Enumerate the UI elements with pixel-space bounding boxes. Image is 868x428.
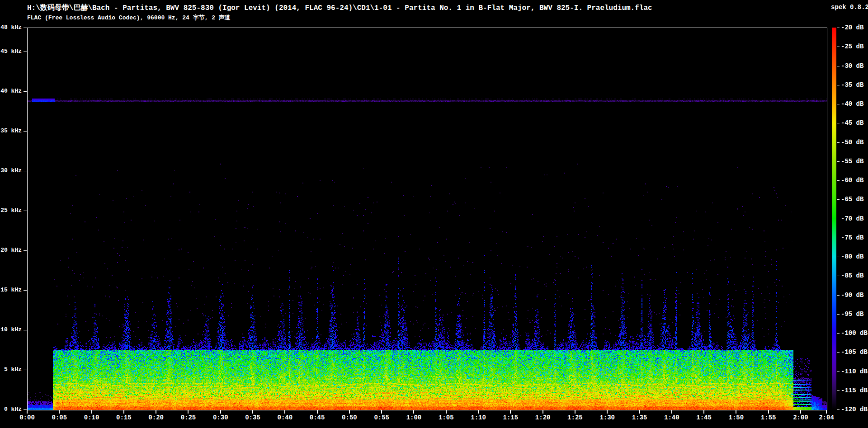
time-tick — [123, 410, 124, 414]
freq-tick-label: 0 kHz — [0, 406, 22, 413]
time-tick — [446, 410, 447, 414]
time-tick — [59, 410, 60, 414]
db-tick — [837, 199, 840, 200]
time-tick-label: 0:25 — [174, 414, 203, 421]
db-tick-label: -60 dB — [841, 177, 863, 184]
freq-tick — [24, 131, 27, 132]
db-tick — [837, 238, 840, 238]
file-path-title: H:\数码母带\巴赫\Bach - Partitas, BWV 825-830 … — [27, 3, 652, 13]
time-tick — [478, 410, 479, 414]
db-tick-label: -40 dB — [841, 100, 863, 108]
time-tick-label: 1:10 — [464, 414, 493, 421]
time-tick-label: 0:35 — [238, 414, 267, 421]
time-tick — [826, 410, 827, 414]
time-tick — [800, 410, 801, 414]
time-tick-label: 0:20 — [142, 414, 170, 421]
db-tick — [837, 180, 840, 181]
db-tick — [837, 123, 840, 123]
app-version-label: spek 0.8.2 — [831, 4, 868, 11]
db-tick-label: -85 dB — [841, 272, 863, 279]
db-tick-label: -105 dB — [841, 348, 868, 356]
time-tick-label: 1:25 — [561, 414, 590, 421]
time-tick-label: 0:50 — [335, 414, 364, 421]
db-tick-label: -50 dB — [841, 139, 863, 146]
freq-tick — [24, 290, 27, 291]
time-tick — [252, 410, 253, 414]
db-tick-label: -55 dB — [841, 158, 863, 165]
time-tick — [703, 410, 704, 414]
time-tick-label: 1:55 — [754, 414, 783, 421]
time-tick — [607, 410, 608, 414]
time-tick-label: 2:00 — [786, 414, 815, 421]
freq-tick — [24, 330, 27, 330]
db-tick-label: -25 dB — [841, 43, 863, 50]
db-tick — [837, 161, 840, 162]
spectrogram-frame — [27, 28, 827, 410]
time-tick-label: 1:50 — [722, 414, 750, 421]
freq-tick-label: 5 kHz — [0, 366, 22, 373]
db-tick-label: -95 dB — [841, 310, 863, 318]
freq-tick — [24, 211, 27, 211]
time-tick — [671, 410, 672, 414]
db-tick — [837, 66, 840, 66]
db-tick-label: -110 dB — [841, 368, 868, 375]
freq-tick — [24, 370, 27, 370]
colorbar-gradient — [832, 28, 836, 409]
time-tick-label: 0:15 — [109, 414, 138, 421]
time-tick — [27, 410, 28, 414]
db-tick-label: -35 dB — [841, 81, 863, 89]
db-tick — [837, 390, 840, 391]
time-tick — [91, 410, 92, 414]
freq-tick-label: 48 kHz — [0, 24, 22, 31]
time-tick — [317, 410, 318, 414]
db-tick — [837, 219, 840, 219]
db-tick-label: -90 dB — [841, 292, 863, 299]
db-tick — [837, 142, 840, 143]
time-tick-label: 1:35 — [625, 414, 654, 421]
db-tick-label: -30 dB — [841, 62, 863, 70]
db-tick-label: -120 dB — [841, 406, 868, 413]
spectrogram-canvas — [28, 28, 827, 410]
time-tick-label: 0:40 — [270, 414, 299, 421]
time-tick — [349, 410, 350, 414]
time-tick-label: 1:00 — [399, 414, 428, 421]
db-tick — [837, 85, 840, 85]
freq-tick — [24, 28, 27, 28]
db-tick — [837, 352, 840, 353]
db-tick-label: -115 dB — [841, 387, 868, 394]
freq-tick-label: 30 kHz — [0, 167, 22, 174]
db-tick-label: -65 dB — [841, 196, 863, 203]
time-tick-label: 1:05 — [432, 414, 461, 421]
time-tick-label: 0:05 — [45, 414, 74, 421]
freq-tick-label: 45 kHz — [0, 48, 22, 55]
freq-tick-label: 40 kHz — [0, 88, 22, 95]
time-tick — [156, 410, 156, 414]
time-tick-label: 1:20 — [528, 414, 557, 421]
db-tick-label: -45 dB — [841, 119, 863, 127]
db-tick-label: -20 dB — [841, 24, 863, 31]
freq-tick-label: 20 kHz — [0, 247, 22, 254]
time-tick-label: 0:45 — [303, 414, 332, 421]
time-tick — [542, 410, 543, 414]
db-tick-label: -100 dB — [841, 329, 868, 337]
freq-tick — [24, 171, 27, 171]
time-tick — [381, 410, 382, 414]
db-tick — [837, 276, 840, 276]
time-tick-label: 1:40 — [657, 414, 686, 421]
freq-tick — [24, 250, 27, 251]
db-tick — [837, 104, 840, 104]
time-tick-label: 0:10 — [77, 414, 106, 421]
db-tick-label: -80 dB — [841, 253, 863, 260]
db-tick — [837, 314, 840, 315]
freq-tick-label: 35 kHz — [0, 127, 22, 135]
db-tick — [837, 28, 840, 28]
time-tick — [510, 410, 511, 414]
time-tick — [188, 410, 189, 414]
db-tick — [837, 47, 840, 47]
time-tick-label: 1:15 — [496, 414, 525, 421]
db-tick — [837, 333, 840, 334]
db-tick-label: -75 dB — [841, 234, 863, 241]
time-tick — [768, 410, 769, 414]
freq-tick-label: 15 kHz — [0, 287, 22, 294]
freq-tick — [24, 52, 27, 52]
